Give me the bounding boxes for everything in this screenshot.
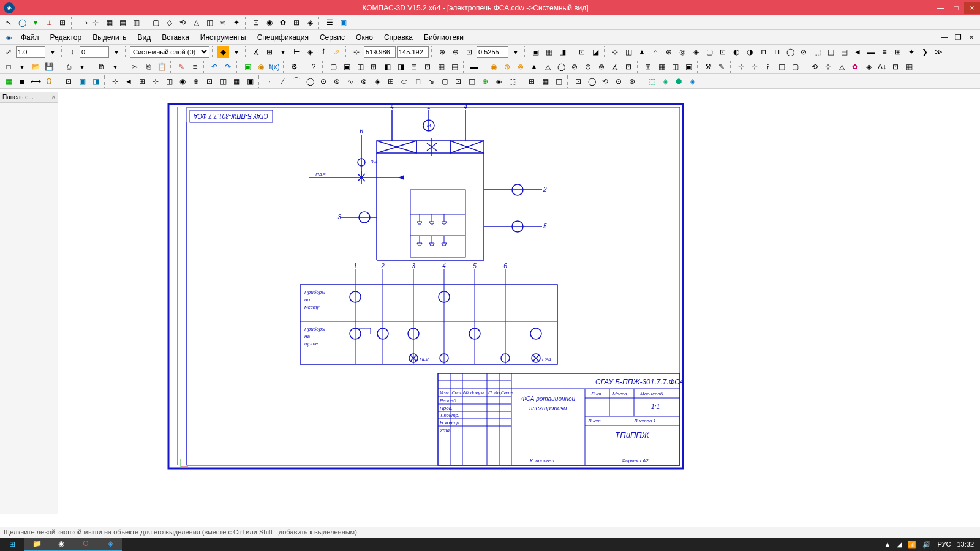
print-icon[interactable]: ⎙ (62, 61, 75, 73)
mdi-minimize[interactable]: — (938, 31, 951, 43)
tool-icon[interactable]: ◯ (555, 61, 567, 73)
tool-icon[interactable]: ◫ (466, 75, 478, 88)
cut-icon[interactable]: ✂ (129, 61, 141, 73)
tool-icon[interactable]: ⊔ (771, 46, 783, 58)
tool-icon[interactable]: ◈ (690, 46, 702, 58)
tray-wifi-icon[interactable]: 📶 (908, 541, 916, 549)
tool-icon[interactable]: ✿ (277, 17, 289, 29)
dropdown-icon[interactable]: ▾ (47, 46, 59, 58)
tool-icon[interactable]: ⊘ (568, 61, 581, 73)
tool-icon[interactable]: ⊛ (331, 75, 343, 88)
tool-icon[interactable]: ⊡ (250, 17, 262, 29)
tool-icon[interactable]: ▦ (103, 17, 115, 29)
tool-icon[interactable]: △ (835, 61, 848, 73)
app-menu-icon[interactable]: ◈ (2, 31, 15, 43)
tool-icon[interactable]: ◎ (676, 46, 688, 58)
taskbar-explorer[interactable]: 📁 (24, 538, 49, 551)
tool-icon[interactable]: ◄ (123, 75, 135, 88)
tool-icon[interactable]: ▣ (341, 61, 353, 73)
redo-icon[interactable]: ↷ (222, 61, 234, 73)
tool-icon[interactable]: ✦ (905, 46, 918, 58)
tool-icon[interactable]: ◫ (203, 17, 216, 29)
taskbar-kompas[interactable]: ◈ (98, 538, 123, 551)
tool-icon[interactable]: ▲ (528, 61, 540, 73)
tool-icon[interactable]: ⟲ (599, 75, 611, 88)
grid-icon[interactable]: ⊞ (263, 46, 276, 58)
tool-icon[interactable]: ⊹ (748, 61, 761, 73)
menu-select[interactable]: Выделить (88, 32, 131, 43)
tool-icon[interactable]: ◉ (263, 17, 276, 29)
mdi-restore[interactable]: ❐ (952, 31, 964, 43)
tool-icon[interactable]: ⟂ (43, 17, 55, 29)
zoom-fit-icon[interactable]: ⊡ (463, 46, 475, 58)
coord-icon[interactable]: ⊹ (350, 46, 363, 58)
undo-icon[interactable]: ↶ (208, 61, 221, 73)
tool-icon[interactable]: ⊘ (797, 46, 810, 58)
tool-icon[interactable]: ◉ (488, 61, 500, 73)
tool-icon[interactable]: ◪ (589, 46, 601, 58)
tool-icon[interactable]: ∿ (344, 75, 356, 88)
tool-icon[interactable]: ◯ (784, 46, 796, 58)
canvas-area[interactable]: СГАУ Б-ППЖ-301.7.7.ФСА 4 1 4 M 6 (58, 92, 980, 514)
tool-icon[interactable]: ▢ (327, 61, 339, 73)
tool-icon[interactable]: ◯ (16, 17, 28, 29)
tool-icon[interactable]: ▬ (468, 61, 480, 73)
tool-icon[interactable]: ◫ (354, 61, 366, 73)
preview-icon[interactable]: 🗎 (96, 61, 108, 73)
tool-icon[interactable]: ▢ (439, 75, 451, 88)
tool-icon[interactable]: ◈ (659, 75, 671, 88)
tool-icon[interactable]: ☰ (323, 17, 336, 29)
tool-icon[interactable]: ▣ (682, 61, 695, 73)
tool-icon[interactable]: ⬭ (398, 75, 410, 88)
tool-icon[interactable]: ⊕ (663, 46, 675, 58)
tool-icon[interactable]: ⊚ (595, 61, 608, 73)
tool-icon[interactable]: ⊙ (317, 75, 330, 88)
tool-icon[interactable]: ▬ (865, 46, 877, 58)
menu-insert[interactable]: Вставка (157, 32, 194, 43)
tool-icon[interactable]: ⊞ (56, 17, 69, 29)
tool-icon[interactable]: ⊡ (203, 75, 216, 88)
tool-icon[interactable]: ✎ (175, 61, 187, 73)
tool-icon[interactable]: ⊹ (149, 75, 162, 88)
tool-icon[interactable]: ⊓ (412, 75, 424, 88)
tool-icon[interactable]: ⬚ (506, 75, 518, 88)
coord-x-input[interactable] (364, 46, 396, 58)
tool-icon[interactable]: ◫ (775, 61, 788, 73)
tool-icon[interactable]: ⟷ (29, 75, 42, 88)
tool-icon[interactable]: ◧ (381, 61, 393, 73)
tool-icon[interactable]: ⊟ (408, 61, 420, 73)
tool-icon[interactable]: ⊞ (642, 61, 654, 73)
paste-icon[interactable]: 📋 (156, 61, 168, 73)
tool-icon[interactable]: ◈ (371, 75, 383, 88)
tool-icon[interactable]: ⊡ (717, 46, 729, 58)
menu-editor[interactable]: Редактор (45, 32, 87, 43)
tool-icon[interactable]: ◈ (492, 75, 505, 88)
menu-spec[interactable]: Спецификация (252, 32, 314, 43)
tool-icon[interactable]: ◫ (622, 46, 635, 58)
tray-time[interactable]: 13:32 (957, 541, 974, 548)
tool-icon[interactable]: ≡ (878, 46, 891, 58)
tool-icon[interactable]: ⬀ (331, 46, 343, 58)
tool-icon[interactable]: ◈ (862, 61, 875, 73)
tool-icon[interactable]: ⌂ (649, 46, 662, 58)
dropdown-icon[interactable]: ▾ (110, 46, 123, 58)
tool-icon[interactable]: ◉ (176, 75, 189, 88)
tool-icon[interactable]: ◯ (586, 75, 598, 88)
tool-icon[interactable]: ▢ (789, 61, 801, 73)
tool-icon[interactable]: ⬚ (811, 46, 823, 58)
tool-icon[interactable]: ✦ (230, 17, 243, 29)
tool-icon[interactable]: ⊕ (501, 61, 513, 73)
panel-pin-icon[interactable]: ⊥ (44, 94, 50, 100)
tool-icon[interactable]: ✎ (715, 61, 728, 73)
dropdown-icon[interactable]: ▾ (277, 46, 289, 58)
tool-icon[interactable]: ◨ (89, 75, 102, 88)
tool-icon[interactable]: ❯ (919, 46, 931, 58)
tool-icon[interactable]: ⊡ (62, 75, 75, 88)
zoom-out-icon[interactable]: ⊖ (450, 46, 462, 58)
tool-icon[interactable]: ◫ (217, 75, 229, 88)
tool-icon[interactable]: ◉ (255, 61, 267, 73)
tool-icon[interactable]: ▦ (543, 46, 555, 58)
dropdown-icon[interactable]: ▾ (230, 46, 243, 58)
offset-icon[interactable]: ↕ (66, 46, 78, 58)
tool-icon[interactable]: ▼ (29, 17, 42, 29)
